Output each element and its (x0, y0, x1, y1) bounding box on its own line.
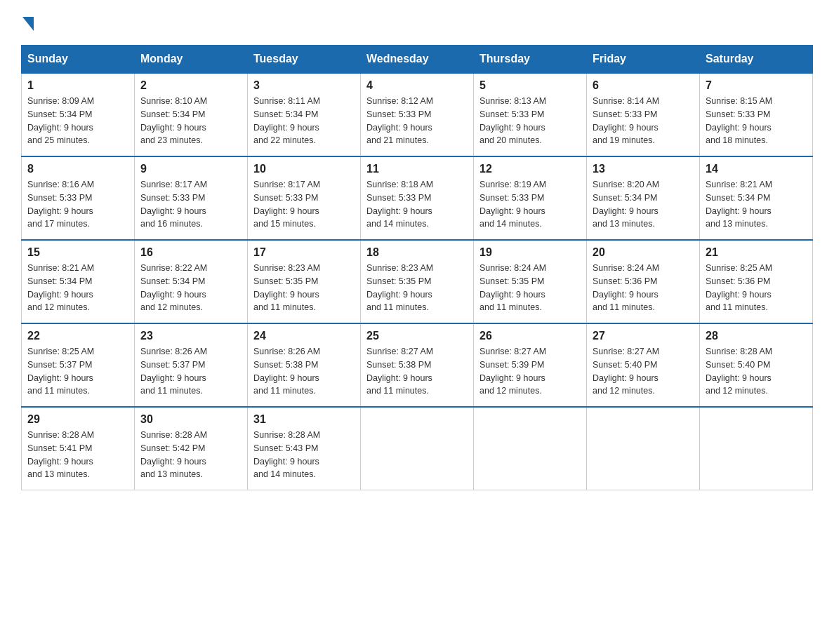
weekday-header-wednesday: Wednesday (361, 46, 474, 74)
calendar-week-5: 29Sunrise: 8:28 AMSunset: 5:41 PMDayligh… (22, 407, 813, 490)
calendar-day-cell: 20Sunrise: 8:24 AMSunset: 5:36 PMDayligh… (587, 240, 700, 323)
calendar-header: SundayMondayTuesdayWednesdayThursdayFrid… (22, 46, 813, 74)
day-info: Sunrise: 8:12 AMSunset: 5:33 PMDaylight:… (366, 96, 433, 145)
day-number: 31 (253, 413, 355, 426)
calendar-day-cell: 7Sunrise: 8:15 AMSunset: 5:33 PMDaylight… (700, 73, 813, 156)
day-number: 23 (140, 330, 241, 342)
day-number: 28 (706, 330, 807, 342)
day-number: 8 (27, 163, 128, 175)
calendar-day-cell: 26Sunrise: 8:27 AMSunset: 5:39 PMDayligh… (474, 323, 587, 407)
calendar-day-cell: 24Sunrise: 8:26 AMSunset: 5:38 PMDayligh… (248, 323, 361, 407)
calendar-day-cell (361, 407, 474, 490)
day-info: Sunrise: 8:13 AMSunset: 5:33 PMDaylight:… (479, 96, 546, 145)
day-number: 12 (479, 163, 581, 175)
weekday-header-tuesday: Tuesday (248, 46, 361, 74)
calendar-day-cell: 27Sunrise: 8:27 AMSunset: 5:40 PMDayligh… (587, 323, 700, 407)
logo-triangle-icon (22, 17, 34, 31)
calendar-day-cell: 5Sunrise: 8:13 AMSunset: 5:33 PMDaylight… (474, 73, 587, 156)
calendar-day-cell: 14Sunrise: 8:21 AMSunset: 5:34 PMDayligh… (700, 156, 813, 240)
calendar-day-cell (587, 407, 700, 490)
day-info: Sunrise: 8:10 AMSunset: 5:34 PMDaylight:… (140, 96, 207, 145)
calendar-day-cell: 30Sunrise: 8:28 AMSunset: 5:42 PMDayligh… (135, 407, 248, 490)
day-number: 4 (366, 79, 468, 92)
calendar-day-cell: 22Sunrise: 8:25 AMSunset: 5:37 PMDayligh… (22, 323, 135, 407)
day-info: Sunrise: 8:28 AMSunset: 5:43 PMDaylight:… (253, 430, 320, 479)
day-number: 18 (366, 246, 468, 259)
day-number: 25 (366, 330, 468, 342)
day-info: Sunrise: 8:14 AMSunset: 5:33 PMDaylight:… (593, 96, 659, 145)
day-number: 13 (593, 163, 694, 175)
calendar-day-cell: 3Sunrise: 8:11 AMSunset: 5:34 PMDaylight… (248, 73, 361, 156)
day-number: 14 (706, 163, 807, 175)
logo (21, 14, 34, 31)
day-info: Sunrise: 8:24 AMSunset: 5:36 PMDaylight:… (593, 263, 659, 312)
calendar-day-cell: 4Sunrise: 8:12 AMSunset: 5:33 PMDaylight… (361, 73, 474, 156)
calendar-day-cell: 29Sunrise: 8:28 AMSunset: 5:41 PMDayligh… (22, 407, 135, 490)
day-number: 27 (593, 330, 694, 342)
day-number: 21 (706, 246, 807, 259)
calendar-day-cell: 13Sunrise: 8:20 AMSunset: 5:34 PMDayligh… (587, 156, 700, 240)
weekday-header-sunday: Sunday (22, 46, 135, 74)
day-number: 17 (253, 246, 355, 259)
day-number: 9 (140, 163, 241, 175)
calendar-body: 1Sunrise: 8:09 AMSunset: 5:34 PMDaylight… (22, 73, 813, 490)
weekday-header-thursday: Thursday (474, 46, 587, 74)
page-header (21, 14, 813, 31)
calendar-week-2: 8Sunrise: 8:16 AMSunset: 5:33 PMDaylight… (22, 156, 813, 240)
day-info: Sunrise: 8:25 AMSunset: 5:36 PMDaylight:… (706, 263, 772, 312)
day-number: 10 (253, 163, 355, 175)
calendar-day-cell: 8Sunrise: 8:16 AMSunset: 5:33 PMDaylight… (22, 156, 135, 240)
day-number: 30 (140, 413, 241, 426)
day-info: Sunrise: 8:20 AMSunset: 5:34 PMDaylight:… (593, 180, 659, 229)
day-info: Sunrise: 8:28 AMSunset: 5:40 PMDaylight:… (706, 347, 772, 396)
day-number: 24 (253, 330, 355, 342)
day-info: Sunrise: 8:18 AMSunset: 5:33 PMDaylight:… (366, 180, 433, 229)
weekday-header-monday: Monday (135, 46, 248, 74)
day-info: Sunrise: 8:26 AMSunset: 5:38 PMDaylight:… (253, 347, 320, 396)
calendar-day-cell: 15Sunrise: 8:21 AMSunset: 5:34 PMDayligh… (22, 240, 135, 323)
day-info: Sunrise: 8:21 AMSunset: 5:34 PMDaylight:… (706, 180, 772, 229)
calendar-day-cell: 12Sunrise: 8:19 AMSunset: 5:33 PMDayligh… (474, 156, 587, 240)
day-number: 3 (253, 79, 355, 92)
calendar-day-cell: 2Sunrise: 8:10 AMSunset: 5:34 PMDaylight… (135, 73, 248, 156)
day-number: 5 (479, 79, 581, 92)
calendar-day-cell: 23Sunrise: 8:26 AMSunset: 5:37 PMDayligh… (135, 323, 248, 407)
calendar-day-cell: 10Sunrise: 8:17 AMSunset: 5:33 PMDayligh… (248, 156, 361, 240)
weekday-header-saturday: Saturday (700, 46, 813, 74)
day-info: Sunrise: 8:22 AMSunset: 5:34 PMDaylight:… (140, 263, 207, 312)
calendar-day-cell: 16Sunrise: 8:22 AMSunset: 5:34 PMDayligh… (135, 240, 248, 323)
calendar-week-3: 15Sunrise: 8:21 AMSunset: 5:34 PMDayligh… (22, 240, 813, 323)
day-info: Sunrise: 8:11 AMSunset: 5:34 PMDaylight:… (253, 96, 320, 145)
day-number: 11 (366, 163, 468, 175)
day-info: Sunrise: 8:26 AMSunset: 5:37 PMDaylight:… (140, 347, 207, 396)
calendar-day-cell: 21Sunrise: 8:25 AMSunset: 5:36 PMDayligh… (700, 240, 813, 323)
day-info: Sunrise: 8:17 AMSunset: 5:33 PMDaylight:… (253, 180, 320, 229)
calendar-day-cell: 11Sunrise: 8:18 AMSunset: 5:33 PMDayligh… (361, 156, 474, 240)
calendar-day-cell (700, 407, 813, 490)
day-number: 16 (140, 246, 241, 259)
header-row: SundayMondayTuesdayWednesdayThursdayFrid… (22, 46, 813, 74)
day-info: Sunrise: 8:27 AMSunset: 5:40 PMDaylight:… (593, 347, 659, 396)
day-number: 2 (140, 79, 241, 92)
calendar-day-cell: 17Sunrise: 8:23 AMSunset: 5:35 PMDayligh… (248, 240, 361, 323)
calendar-day-cell: 1Sunrise: 8:09 AMSunset: 5:34 PMDaylight… (22, 73, 135, 156)
day-info: Sunrise: 8:27 AMSunset: 5:38 PMDaylight:… (366, 347, 433, 396)
day-info: Sunrise: 8:09 AMSunset: 5:34 PMDaylight:… (27, 96, 94, 145)
day-number: 19 (479, 246, 581, 259)
day-info: Sunrise: 8:19 AMSunset: 5:33 PMDaylight:… (479, 180, 546, 229)
calendar-day-cell: 28Sunrise: 8:28 AMSunset: 5:40 PMDayligh… (700, 323, 813, 407)
day-info: Sunrise: 8:28 AMSunset: 5:42 PMDaylight:… (140, 430, 207, 479)
day-info: Sunrise: 8:28 AMSunset: 5:41 PMDaylight:… (27, 430, 94, 479)
day-number: 6 (593, 79, 694, 92)
calendar-week-1: 1Sunrise: 8:09 AMSunset: 5:34 PMDaylight… (22, 73, 813, 156)
day-number: 1 (27, 79, 128, 92)
calendar-day-cell: 25Sunrise: 8:27 AMSunset: 5:38 PMDayligh… (361, 323, 474, 407)
day-number: 15 (27, 246, 128, 259)
day-info: Sunrise: 8:23 AMSunset: 5:35 PMDaylight:… (253, 263, 320, 312)
calendar-week-4: 22Sunrise: 8:25 AMSunset: 5:37 PMDayligh… (22, 323, 813, 407)
day-number: 29 (27, 413, 128, 426)
calendar-table: SundayMondayTuesdayWednesdayThursdayFrid… (21, 45, 813, 490)
day-number: 26 (479, 330, 581, 342)
calendar-day-cell: 9Sunrise: 8:17 AMSunset: 5:33 PMDaylight… (135, 156, 248, 240)
day-info: Sunrise: 8:21 AMSunset: 5:34 PMDaylight:… (27, 263, 94, 312)
